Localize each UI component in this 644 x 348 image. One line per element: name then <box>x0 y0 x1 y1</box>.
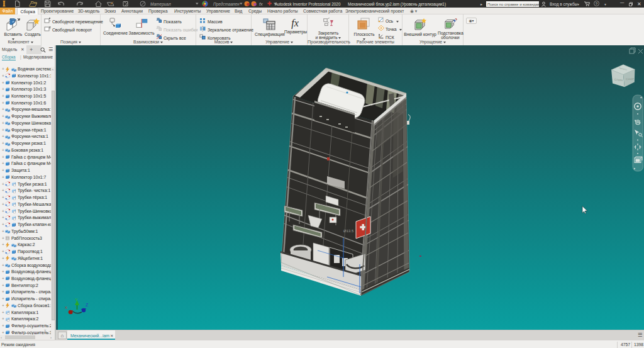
svg-text:Y: Y <box>75 298 78 302</box>
svg-text:X: X <box>65 306 67 310</box>
svg-text:fx: fx <box>259 1 263 7</box>
svg-text:Материал: Материал <box>150 2 171 7</box>
svg-text:Слева: Слева <box>614 78 623 82</box>
svg-text:Представлен: Представлен <box>213 2 240 7</box>
svg-text:Z: Z <box>86 303 89 307</box>
svg-text:Сзади: Сзади <box>626 77 635 81</box>
